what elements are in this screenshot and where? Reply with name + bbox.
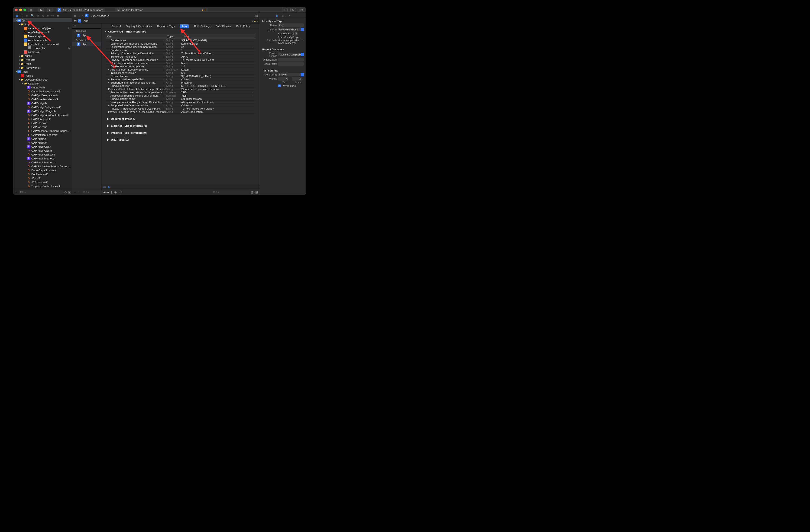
plist-row[interactable]: Bundle name⌄String$(PRODUCT_NAME) xyxy=(106,39,256,42)
file-tree-row[interactable]: hCAPPluginCall.h xyxy=(13,145,72,148)
project-format-select[interactable]: Xcode 8.0-compatible xyxy=(278,53,304,56)
scm-filter-icon[interactable]: ▣ xyxy=(68,191,70,194)
file-tree-row[interactable]: ·capacitor.config.jsonM xyxy=(13,26,72,30)
help-inspector-tab[interactable]: ? xyxy=(289,14,290,17)
indent-using-select[interactable]: Spaces xyxy=(278,73,304,76)
section-exported-type-identifiers-[interactable]: ▶Exported Type Identifiers (0) xyxy=(101,122,260,129)
minimize-window-button[interactable] xyxy=(19,9,22,11)
file-tree-row[interactable]: SCAPAppDelegate.swift xyxy=(13,93,72,97)
file-tree-row[interactable]: ▼📁App xyxy=(13,22,72,26)
navigator-toggle-button[interactable]: ▥ xyxy=(28,8,33,12)
plist-row[interactable]: Bundle version⌄String1 xyxy=(106,49,256,52)
history-inspector-tab[interactable]: ◷ xyxy=(282,14,284,17)
file-tree-row[interactable]: hCAPPlugin.h xyxy=(13,137,72,141)
file-tree-row[interactable]: ▼APods xyxy=(13,70,72,74)
plist-row[interactable]: Privacy - Camera Usage Description⌄Strin… xyxy=(106,52,256,55)
run-button[interactable]: ▶ xyxy=(38,8,44,12)
back-button[interactable]: ‹ xyxy=(79,14,80,17)
debug-navigator-tab[interactable]: ⎋ xyxy=(47,14,49,17)
file-tree-row[interactable]: SCAPFile.swift xyxy=(13,121,72,125)
add-target-button[interactable]: ＋ xyxy=(74,190,76,194)
section-url-types-[interactable]: ▶URL Types (1) xyxy=(101,136,260,143)
file-tree-row[interactable]: ·LaunchScreen.storyboard xyxy=(13,42,72,46)
related-items-icon[interactable]: ⊞ xyxy=(74,14,76,17)
plist-row[interactable]: Main storyboard file base name⌄StringMai… xyxy=(106,62,256,65)
file-tree-row[interactable]: SCAPMessageHandlerWrapper.swift xyxy=(13,129,72,133)
file-tree[interactable]: ▼AApp▼📁App·capacitor.config.jsonMSAppDel… xyxy=(13,18,72,189)
report-navigator-tab[interactable]: ≣ xyxy=(56,14,59,17)
add-button[interactable]: ＋ xyxy=(15,190,17,194)
file-tree-row[interactable]: SCAPPluginCall.swift xyxy=(13,152,72,157)
console-icon[interactable]: ▭ xyxy=(103,185,106,189)
visibility-icon[interactable]: ◉ xyxy=(114,191,116,194)
plist-row[interactable]: View controller-based status bar appeara… xyxy=(106,91,256,94)
tab-signing-capabilities[interactable]: Signing & Capabilities xyxy=(126,25,152,28)
file-tree-row[interactable]: hCAPPluginMethod.h xyxy=(13,157,72,160)
plist-row[interactable]: InfoDictionary version⌄String6.0 xyxy=(106,71,256,75)
plist-row[interactable]: ▶Supported interface orientations⌄Array(… xyxy=(106,104,256,107)
outline-icon[interactable]: ▤ xyxy=(74,19,77,22)
disclosure-triangle-icon[interactable]: ▼ xyxy=(105,30,107,33)
custom-properties-section[interactable]: ▼ Custom iOS Target Properties xyxy=(101,29,260,34)
variables-view-icon[interactable]: ▥ xyxy=(251,191,254,194)
editor-options-icon[interactable]: ▤ xyxy=(255,14,258,17)
class-prefix-field[interactable] xyxy=(278,62,304,66)
close-window-button[interactable] xyxy=(15,9,18,11)
plist-row[interactable]: Launch screen interface file base name⌄S… xyxy=(106,42,256,45)
file-tree-row[interactable]: SCapacitorExtension.swift xyxy=(13,90,72,93)
file-tree-row[interactable]: mCAPPlugin.m xyxy=(13,141,72,145)
plist-row[interactable]: Privacy - Location Always Usage Descript… xyxy=(106,100,256,104)
tab-info[interactable]: Info xyxy=(180,25,189,28)
file-tree-row[interactable]: SDocLinks.swift xyxy=(13,172,72,176)
scheme-selector[interactable]: A App › iPhone SE (2nd generation) xyxy=(56,8,105,12)
tab-build-settings[interactable]: Build Settings xyxy=(194,25,210,28)
tab-width-field[interactable]: 4 xyxy=(278,77,288,81)
plist-row[interactable]: Bundle version string (short)⌄String1.0 xyxy=(106,65,256,68)
file-tree-row[interactable]: hCAPBridgedPlugin.h xyxy=(13,109,72,113)
plist-row[interactable]: ▶App Transport Security Settings⌄Diction… xyxy=(106,68,256,71)
file-tree-row[interactable]: ·Main.storyboard xyxy=(13,34,72,38)
plist-row[interactable]: Privacy - Photo Library Additions Usage … xyxy=(106,87,256,91)
issues-indicator[interactable]: ‹ ▲ › xyxy=(252,19,258,22)
reveal-icon[interactable]: ➔ xyxy=(302,38,304,42)
file-tree-row[interactable]: ▶📁Pods xyxy=(13,62,72,66)
stop-button[interactable]: ■ xyxy=(47,8,52,12)
file-tree-row[interactable]: ·Assets.xcassets xyxy=(13,38,72,42)
wrap-lines-checkbox[interactable]: ✓ xyxy=(278,84,281,87)
console-view-icon[interactable]: ▤ xyxy=(255,191,258,194)
auto-label[interactable]: Auto xyxy=(103,191,109,194)
plist-row[interactable]: Privacy - Photo Library Usage Descriptio… xyxy=(106,107,256,110)
file-tree-row[interactable]: ▶📁public xyxy=(13,54,72,58)
open-file-name[interactable]: App.xcodeproj xyxy=(92,14,109,17)
source-control-navigator-tab[interactable]: ◫ xyxy=(21,14,23,17)
debug-area-bar[interactable]: ▭ ◈ xyxy=(101,184,260,189)
recent-filter-icon[interactable]: ◔ xyxy=(64,191,67,194)
plist-row[interactable]: Application requires iPhone environment⌄… xyxy=(106,94,256,97)
file-inspector-tab[interactable]: ▮ xyxy=(276,14,278,17)
plist-row[interactable]: Executable file⌄String$(EXECUTABLE_NAME) xyxy=(106,75,256,78)
forward-button[interactable]: › xyxy=(82,14,83,17)
zoom-window-button[interactable] xyxy=(23,9,26,11)
file-tree-row[interactable]: SCAPLog.swift xyxy=(13,125,72,129)
warning-icon[interactable]: ▲ 2 xyxy=(201,9,206,11)
file-tree-row[interactable]: hCapacitor.h xyxy=(13,85,72,90)
remove-target-button[interactable]: － xyxy=(78,190,81,194)
tab-build-phases[interactable]: Build Phases xyxy=(216,25,231,28)
breakpoint-navigator-tab[interactable]: ▭ xyxy=(51,14,54,17)
file-tree-row[interactable]: SCAPConfig.swift xyxy=(13,117,72,121)
target-item-app[interactable]: A App xyxy=(72,42,101,46)
project-item[interactable]: A App xyxy=(72,33,101,37)
file-tree-row[interactable]: SAppDelegate.swift xyxy=(13,30,72,34)
file-tree-row[interactable]: SCAPNotifications.swift xyxy=(13,133,72,137)
section-document-types-[interactable]: ▶Document Types (0) xyxy=(101,115,260,122)
outline-toggle-icon[interactable]: ▤ xyxy=(74,25,76,28)
plist-row[interactable]: Privacy - Microphone Usage Description⌄S… xyxy=(106,58,256,62)
breakpoint-icon[interactable]: ◈ xyxy=(108,185,110,189)
find-navigator-tab[interactable]: 🔍 xyxy=(31,14,34,17)
file-tree-row[interactable]: ·Info.plistM xyxy=(13,46,72,50)
location-select[interactable]: Relative to Group xyxy=(278,28,304,31)
tab-build-rules[interactable]: Build Rules xyxy=(236,25,250,28)
symbol-navigator-tab[interactable]: ⎄ xyxy=(26,14,28,17)
activity-viewer[interactable]: 2 Waiting for Device ▲ 2 xyxy=(115,8,208,12)
tab-resource-tags[interactable]: Resource Tags xyxy=(157,25,175,28)
